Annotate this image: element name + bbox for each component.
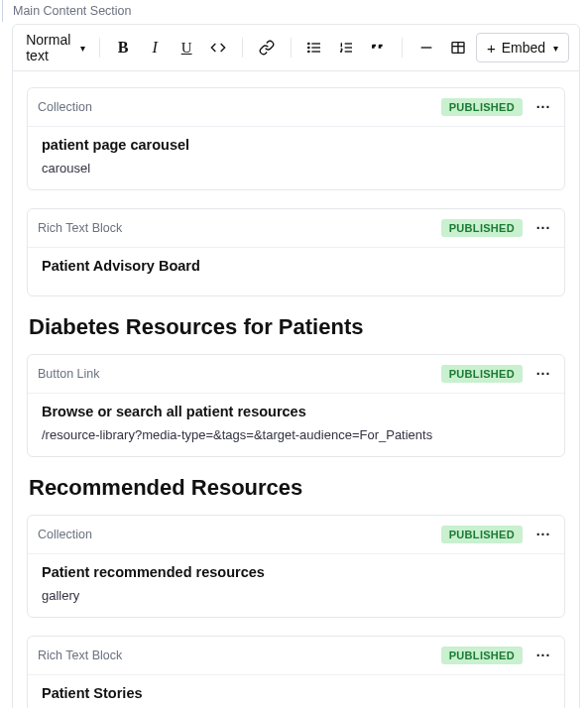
table-icon bbox=[450, 40, 466, 56]
card-header-actions: PUBLISHED··· bbox=[441, 96, 554, 118]
card-header: CollectionPUBLISHED··· bbox=[28, 516, 564, 554]
card-body: Patient recommended resourcesgallery bbox=[28, 554, 564, 617]
embed-button[interactable]: + Embed ▾ bbox=[476, 33, 569, 62]
hr-icon bbox=[418, 40, 434, 56]
status-badge: PUBLISHED bbox=[441, 647, 523, 664]
card-subtext: carousel bbox=[42, 161, 550, 176]
embed-card[interactable]: Button LinkPUBLISHED···Browse or search … bbox=[27, 354, 565, 457]
list-ol-icon bbox=[338, 40, 354, 56]
quote-icon bbox=[370, 40, 386, 56]
link-button[interactable] bbox=[253, 34, 281, 61]
embed-card[interactable]: Rich Text BlockPUBLISHED···Patient Advis… bbox=[27, 208, 565, 296]
ordered-list-button[interactable] bbox=[332, 34, 360, 61]
card-title: Patient Stories bbox=[42, 685, 550, 701]
embed-card[interactable]: CollectionPUBLISHED···patient page carou… bbox=[27, 87, 565, 190]
content-area[interactable]: CollectionPUBLISHED···patient page carou… bbox=[13, 71, 579, 708]
text-style-select[interactable]: Normal text ▾ bbox=[23, 34, 89, 61]
card-subtext: gallery bbox=[42, 588, 550, 603]
card-subtext: /resource-library?media-type=&tags=&targ… bbox=[42, 427, 550, 442]
card-title: patient page carousel bbox=[42, 137, 550, 153]
toolbar-separator bbox=[242, 38, 243, 58]
toolbar-separator bbox=[402, 38, 403, 58]
card-type-label: Button Link bbox=[38, 367, 100, 381]
code-icon bbox=[210, 40, 226, 56]
card-header-actions: PUBLISHED··· bbox=[441, 645, 554, 666]
horizontal-rule-button[interactable] bbox=[412, 34, 440, 61]
svg-point-5 bbox=[308, 51, 309, 52]
embed-card[interactable]: Rich Text BlockPUBLISHED···Patient Stori… bbox=[27, 636, 565, 708]
status-badge: PUBLISHED bbox=[441, 98, 523, 116]
card-title: Browse or search all patient resources bbox=[42, 404, 550, 419]
bold-button[interactable]: B bbox=[109, 34, 137, 61]
card-header: CollectionPUBLISHED··· bbox=[28, 88, 564, 127]
more-actions-button[interactable]: ··· bbox=[532, 363, 554, 385]
link-icon bbox=[259, 40, 275, 56]
rich-text-editor: Normal text ▾ B I U bbox=[12, 24, 580, 708]
card-type-label: Rich Text Block bbox=[38, 221, 122, 235]
card-body: patient page carouselcarousel bbox=[28, 127, 564, 189]
status-badge: PUBLISHED bbox=[441, 526, 523, 543]
card-body: Browse or search all patient resources/r… bbox=[28, 394, 564, 456]
unordered-list-button[interactable] bbox=[300, 34, 328, 61]
section-label: Main Content Section bbox=[2, 0, 588, 22]
more-actions-button[interactable]: ··· bbox=[532, 217, 554, 239]
italic-button[interactable]: I bbox=[141, 34, 169, 61]
card-type-label: Rich Text Block bbox=[38, 649, 122, 662]
card-body: Patient Stories#2B3B79 bbox=[28, 675, 564, 708]
more-actions-button[interactable]: ··· bbox=[532, 645, 554, 666]
toolbar-separator bbox=[99, 38, 100, 58]
card-type-label: Collection bbox=[38, 528, 92, 541]
card-header: Rich Text BlockPUBLISHED··· bbox=[28, 637, 564, 675]
svg-point-4 bbox=[308, 47, 309, 48]
card-header-actions: PUBLISHED··· bbox=[441, 217, 554, 239]
code-button[interactable] bbox=[204, 34, 232, 61]
card-header-actions: PUBLISHED··· bbox=[441, 363, 554, 385]
status-badge: PUBLISHED bbox=[441, 219, 523, 237]
card-body: Patient Advisory Board bbox=[28, 248, 564, 295]
card-type-label: Collection bbox=[38, 100, 92, 114]
table-button[interactable] bbox=[444, 34, 472, 61]
card-title: Patient recommended resources bbox=[42, 564, 550, 580]
card-header: Rich Text BlockPUBLISHED··· bbox=[28, 209, 564, 248]
embed-card[interactable]: CollectionPUBLISHED···Patient recommende… bbox=[27, 515, 565, 618]
content-heading[interactable]: Diabetes Resources for Patients bbox=[29, 314, 563, 340]
card-title: Patient Advisory Board bbox=[42, 258, 550, 274]
toolbar-separator bbox=[291, 38, 292, 58]
list-ul-icon bbox=[306, 40, 322, 56]
content-heading[interactable]: Recommended Resources bbox=[29, 475, 563, 501]
plus-icon: + bbox=[487, 41, 496, 56]
blockquote-button[interactable] bbox=[364, 34, 392, 61]
chevron-down-icon: ▾ bbox=[553, 43, 558, 54]
more-actions-button[interactable]: ··· bbox=[532, 96, 554, 118]
text-style-label: Normal text bbox=[26, 32, 70, 63]
chevron-down-icon: ▾ bbox=[80, 43, 85, 54]
underline-button[interactable]: U bbox=[173, 34, 200, 61]
toolbar: Normal text ▾ B I U bbox=[13, 25, 579, 71]
svg-point-3 bbox=[308, 43, 309, 44]
more-actions-button[interactable]: ··· bbox=[532, 524, 554, 545]
status-badge: PUBLISHED bbox=[441, 365, 523, 383]
card-header-actions: PUBLISHED··· bbox=[441, 524, 554, 545]
embed-label: Embed bbox=[502, 40, 545, 56]
card-header: Button LinkPUBLISHED··· bbox=[28, 355, 564, 394]
